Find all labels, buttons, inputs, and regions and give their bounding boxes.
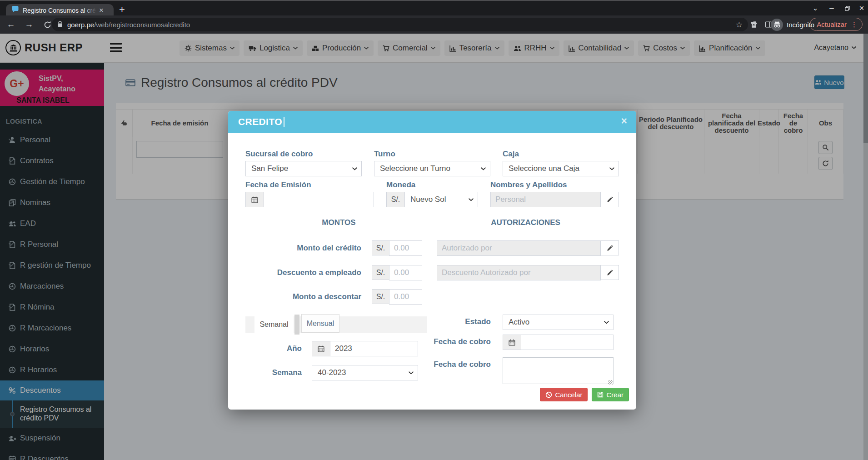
descuento-empleado-label: Descuento a empleado <box>245 268 361 277</box>
currency-prefix: S/. <box>372 289 389 304</box>
tab-mensual[interactable]: Mensual <box>301 314 339 333</box>
pencil-icon <box>607 196 613 203</box>
currency-prefix: S/. <box>372 265 389 280</box>
modal-row-2: Fecha de Emisión Moneda S/. Nuevo Sol No… <box>245 180 619 207</box>
monto-credito-label: Monto del crédito <box>245 244 361 253</box>
autorizado-por-input[interactable] <box>437 240 601 256</box>
incognito-icon <box>771 19 783 31</box>
incognito-badge: Incógnito <box>771 17 814 32</box>
pencil-icon <box>607 245 613 251</box>
create-button[interactable]: Crear <box>592 388 629 401</box>
estado-select[interactable]: Activo <box>503 315 614 330</box>
calendar-icon <box>312 341 330 356</box>
new-tab-button[interactable]: + <box>119 4 125 15</box>
currency-prefix: S/. <box>372 240 389 255</box>
save-icon <box>597 391 604 398</box>
estado-label: Estado <box>364 315 491 326</box>
lock-icon <box>57 20 63 29</box>
url-text: goerp.pe/web/registroconsumosalcredito <box>67 21 736 29</box>
estado-row: Estado Activo <box>364 315 614 330</box>
sucursal-select[interactable]: San Felipe <box>245 161 362 176</box>
resize-grip-icon[interactable] <box>608 380 613 385</box>
nombres-label: Nombres y Apellidos <box>490 180 619 190</box>
update-browser-button[interactable]: Actualizar ⋮ <box>810 18 863 31</box>
browser-toolbar: ← → goerp.pe/web/registroconsumosalcredi… <box>0 15 868 34</box>
caja-label: Caja <box>503 150 619 159</box>
forward-button[interactable]: → <box>22 17 36 32</box>
turno-label: Turno <box>374 150 490 159</box>
monto-descontar-row: Monto a descontar S/. <box>245 289 619 304</box>
fecha-cobro2-label: Fecha de cobro <box>364 357 491 369</box>
moneda-select[interactable]: Nuevo Sol <box>404 192 478 207</box>
nombres-input[interactable] <box>490 192 601 207</box>
montos-section-label: MONTOS <box>245 218 432 227</box>
fecha-cobro-obs-row: Fecha de cobro <box>364 357 614 386</box>
tab-divider <box>294 315 299 335</box>
tab-title: Registro Consumos al crédito <box>23 7 96 14</box>
monto-descontar-input[interactable] <box>389 289 422 305</box>
edit-personal-button[interactable] <box>601 192 619 207</box>
address-bar[interactable]: goerp.pe/web/registroconsumosalcredito ☆ <box>52 18 748 31</box>
caja-select[interactable]: Seleccione una Caja <box>503 161 619 176</box>
browser-tab-strip: Registro Consumos al crédito × + ⌄ – × <box>0 0 868 15</box>
modal-close-button[interactable]: × <box>621 116 627 126</box>
browser-menu-dots-icon[interactable]: ⋮ <box>851 20 858 29</box>
modal-section-headers: MONTOS AUTORIZACIONES <box>245 218 619 227</box>
anio-label: Año <box>245 344 302 353</box>
monto-descontar-label: Monto a descontar <box>245 292 361 301</box>
credito-modal: CREDITO × Sucursal de cobro San Felipe T… <box>228 111 636 410</box>
chat-favicon-icon <box>11 5 19 15</box>
fecha-emision-input[interactable] <box>264 192 374 207</box>
modal-row-1: Sucursal de cobro San Felipe Turno Selec… <box>245 150 619 176</box>
text-caret <box>284 117 284 127</box>
tab-close-button[interactable]: × <box>99 6 104 14</box>
sucursal-label: Sucursal de cobro <box>245 150 362 159</box>
modal-header: CREDITO × <box>228 111 636 133</box>
monto-credito-input[interactable] <box>389 240 422 256</box>
descuento-autorizado-input[interactable] <box>437 265 601 280</box>
fecha-emision-label: Fecha de Emisión <box>245 180 374 190</box>
window-close-button[interactable]: × <box>853 1 868 15</box>
moneda-label: Moneda <box>386 180 478 190</box>
back-button[interactable]: ← <box>4 17 18 32</box>
fecha-cobro-row: Fecha de cobro <box>364 335 614 350</box>
monto-credito-row: Monto del crédito S/. <box>245 240 619 255</box>
fecha-cobro-input[interactable] <box>521 335 614 350</box>
edit-descuento-autorizado-button[interactable] <box>601 265 619 280</box>
extensions-puzzle-icon[interactable] <box>748 18 762 31</box>
browser-tab[interactable]: Registro Consumos al crédito × <box>6 4 114 16</box>
bookmark-star-icon[interactable]: ☆ <box>736 20 743 30</box>
semana-label: Semana <box>245 368 302 377</box>
edit-autorizado-button[interactable] <box>601 240 619 255</box>
tab-semanal[interactable]: Semanal <box>254 316 294 333</box>
fecha-cobro-label: Fecha de cobro <box>364 335 491 346</box>
pencil-icon <box>607 270 613 276</box>
cancel-button[interactable]: Cancelar <box>540 388 588 401</box>
descuento-empleado-input[interactable] <box>389 265 422 280</box>
modal-footer: Cancelar Crear <box>540 388 629 401</box>
descuento-empleado-row: Descuento a empleado S/. <box>245 265 619 280</box>
turno-select[interactable]: Seleccione un Turno <box>374 161 490 176</box>
currency-prefix: S/. <box>386 192 404 207</box>
window-chevron-button[interactable]: ⌄ <box>806 1 824 15</box>
calendar-icon <box>245 192 264 207</box>
fecha-cobro-textarea[interactable] <box>503 357 614 384</box>
autorizaciones-section-label: AUTORIZACIONES <box>432 218 619 227</box>
modal-title: CREDITO <box>238 116 282 127</box>
ban-icon <box>545 391 552 398</box>
calendar-icon <box>503 335 521 350</box>
